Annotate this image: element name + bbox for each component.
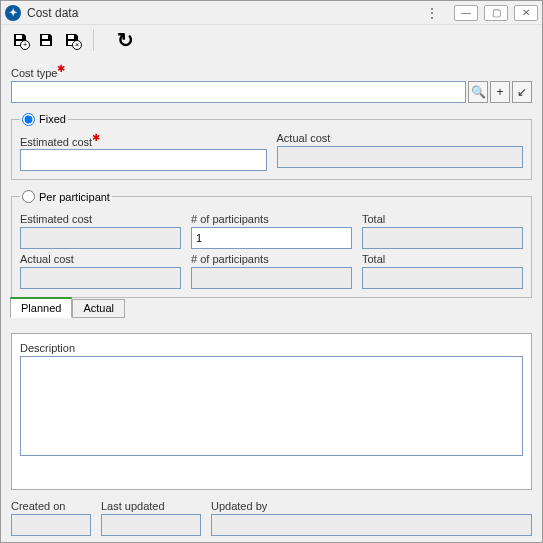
save-button[interactable] — [35, 29, 57, 51]
per-num2-input[interactable] — [191, 267, 352, 289]
per-total2-label: Total — [362, 253, 385, 265]
cost-type-label: Cost type✱ — [11, 63, 65, 79]
refresh-icon: ↻ — [117, 28, 134, 52]
svg-rect-3 — [42, 41, 50, 45]
per-participant-group: Per participant Estimated cost # of part… — [11, 190, 532, 298]
tab-actual[interactable]: Actual — [72, 299, 125, 318]
per-est-input[interactable] — [20, 227, 181, 249]
updated-by-field — [211, 514, 532, 536]
per-num2-label: # of participants — [191, 253, 269, 265]
created-on-label: Created on — [11, 500, 91, 512]
svg-rect-2 — [42, 35, 48, 39]
fixed-est-input[interactable] — [20, 149, 267, 171]
tab-panel: Description — [11, 333, 532, 490]
last-updated-field — [101, 514, 201, 536]
svg-rect-0 — [16, 35, 22, 39]
window-title: Cost data — [27, 6, 425, 20]
close-button[interactable]: ✕ — [514, 5, 538, 21]
search-icon[interactable]: 🔍 — [468, 81, 488, 103]
menu-dots-icon[interactable]: ⋮ — [425, 5, 440, 21]
per-participant-legend: Per participant — [39, 191, 110, 203]
fixed-group: Fixed Estimated cost✱ Actual cost — [11, 113, 532, 181]
cost-data-window: ✦ Cost data ⋮ — ▢ ✕ + × ↻ — [0, 0, 543, 543]
cost-type-input[interactable] — [11, 81, 466, 103]
fixed-act-label: Actual cost — [277, 132, 331, 144]
fixed-act-input[interactable] — [277, 146, 524, 168]
per-total-label: Total — [362, 213, 385, 225]
per-act-label: Actual cost — [20, 253, 74, 265]
per-num-label: # of participants — [191, 213, 269, 225]
add-icon[interactable]: + — [490, 81, 510, 103]
fixed-radio[interactable] — [22, 113, 35, 126]
maximize-button[interactable]: ▢ — [484, 5, 508, 21]
updated-by-label: Updated by — [211, 500, 532, 512]
per-participant-radio[interactable] — [22, 190, 35, 203]
svg-rect-4 — [68, 35, 74, 39]
description-label: Description — [20, 342, 523, 354]
refresh-button[interactable]: ↻ — [114, 29, 136, 51]
last-updated-label: Last updated — [101, 500, 201, 512]
save-and-delete-button[interactable]: × — [61, 29, 83, 51]
per-act-input[interactable] — [20, 267, 181, 289]
description-textarea[interactable] — [20, 356, 523, 456]
separator — [93, 29, 94, 51]
per-total2-input[interactable] — [362, 267, 523, 289]
toolbar: + × ↻ — [1, 25, 542, 55]
save-and-new-button[interactable]: + — [9, 29, 31, 51]
link-icon[interactable]: ↙ — [512, 81, 532, 103]
tab-planned[interactable]: Planned — [10, 297, 72, 318]
per-est-label: Estimated cost — [20, 213, 92, 225]
titlebar: ✦ Cost data ⋮ — ▢ ✕ — [1, 1, 542, 25]
tab-row: Planned Actual — [10, 297, 532, 318]
fixed-est-label: Estimated cost✱ — [20, 132, 100, 148]
fixed-legend: Fixed — [39, 113, 66, 125]
per-total-input[interactable] — [362, 227, 523, 249]
per-num-input[interactable] — [191, 227, 352, 249]
created-on-field — [11, 514, 91, 536]
minimize-button[interactable]: — — [454, 5, 478, 21]
app-icon: ✦ — [5, 5, 21, 21]
